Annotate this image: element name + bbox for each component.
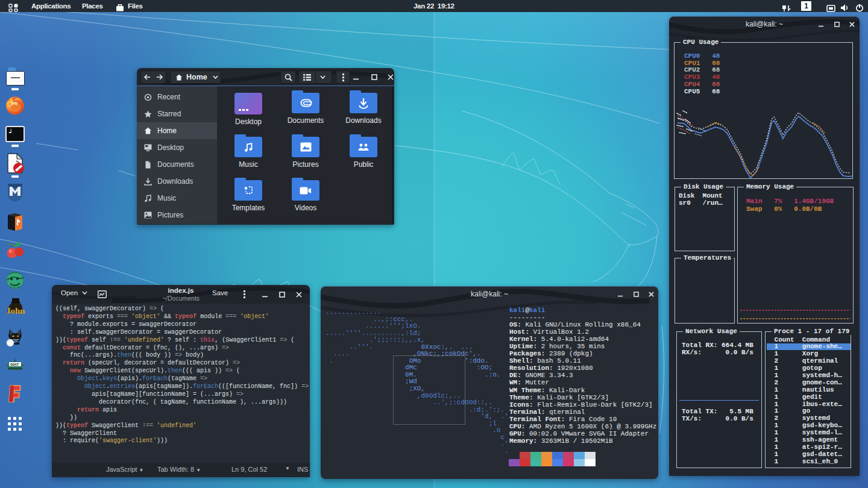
svg-text:GOAT: GOAT [10, 363, 19, 367]
svg-text:John: John [6, 306, 25, 316]
